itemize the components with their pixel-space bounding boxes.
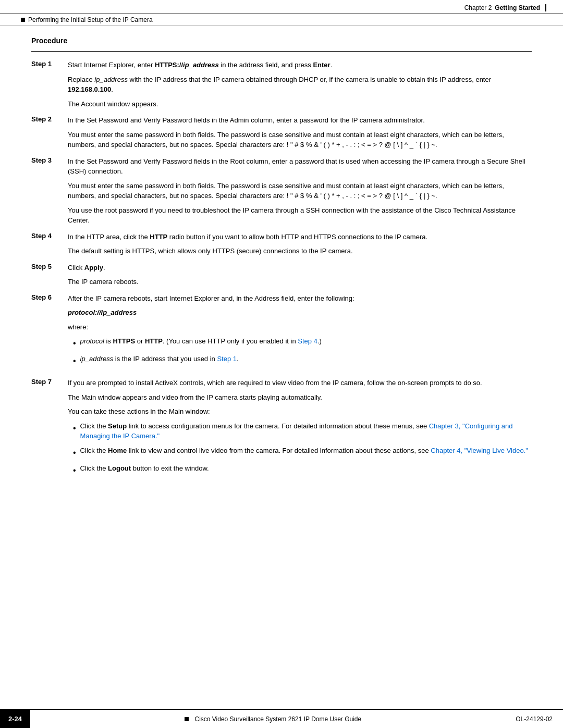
step1-p2: Replace ip_address with the IP address t… xyxy=(68,75,532,95)
list-item: • protocol is HTTPS or HTTP. (You can us… xyxy=(73,336,532,350)
step1-link[interactable]: Step 1 xyxy=(217,355,237,363)
step2-p2: You must enter the same password in both… xyxy=(68,130,532,150)
chapter4-link[interactable]: Chapter 4, "Viewing Live Video." xyxy=(431,447,528,454)
step7-p3: You can take these actions in the Main w… xyxy=(68,406,532,417)
step5-content: Click Apply. The IP camera reboots. xyxy=(68,263,532,287)
step7-content: If you are prompted to install ActiveX c… xyxy=(68,378,532,481)
step4-p2: The default setting is HTTPS, which allo… xyxy=(68,246,532,256)
step6-label: Step 6 xyxy=(31,293,68,301)
footer-doc-title: Cisco Video Surveillance System 2621 IP … xyxy=(194,715,361,723)
chapter-label: Chapter 2 xyxy=(464,4,492,11)
bullet-icon: • xyxy=(73,464,76,477)
step4-content: In the HTTP area, click the HTTP radio b… xyxy=(68,232,532,256)
step-row: Step 7 If you are prompted to install Ac… xyxy=(31,378,532,481)
step7-label: Step 7 xyxy=(31,378,68,386)
step5-p2: The IP camera reboots. xyxy=(68,277,532,287)
step2-p1: In the Set Password and Verify Password … xyxy=(68,115,532,126)
bullet-icon xyxy=(21,18,25,22)
list-item: • Click the Home link to view and contro… xyxy=(73,446,532,459)
step3-p1: In the Set Password and Verify Password … xyxy=(68,156,532,177)
step3-label: Step 3 xyxy=(31,156,68,164)
footer-center-text: Cisco Video Surveillance System 2621 IP … xyxy=(30,715,516,723)
step-row: Step 1 Start Internet Explorer, enter HT… xyxy=(31,60,532,109)
step1-p3: The Account window appears. xyxy=(68,99,532,109)
step1-content: Start Internet Explorer, enter HTTPS://i… xyxy=(68,60,532,109)
list-item: • ip_address is the IP address that you … xyxy=(73,354,532,367)
main-content: Procedure Step 1 Start Internet Explorer… xyxy=(0,26,563,498)
step3-content: In the Set Password and Verify Password … xyxy=(68,156,532,226)
list-item: • Click the Setup link to access configu… xyxy=(73,421,532,441)
step4-link[interactable]: Step 4 xyxy=(298,337,317,345)
step6-p1: After the IP camera reboots, start Inter… xyxy=(68,293,532,304)
step7-bullet3: Click the Logout button to exit the wind… xyxy=(80,463,209,474)
footer-bullet-icon xyxy=(185,717,189,721)
step3-p2: You must enter the same password in both… xyxy=(68,181,532,201)
page-header: Chapter 2 Getting Started xyxy=(0,0,563,14)
footer-page-number: 2-24 xyxy=(0,710,30,728)
procedure-heading: Procedure xyxy=(31,36,532,47)
step6-bullet-list: • protocol is HTTPS or HTTP. (You can us… xyxy=(73,336,532,367)
page-footer: 2-24 Cisco Video Surveillance System 262… xyxy=(0,709,563,728)
step3-p3: You use the root password if you need to… xyxy=(68,205,532,226)
bullet-icon: • xyxy=(73,447,76,459)
step2-content: In the Set Password and Verify Password … xyxy=(68,115,532,150)
subheader-text: Performing the Initial Setup of the IP C… xyxy=(28,16,153,23)
page-subheader: Performing the Initial Setup of the IP C… xyxy=(0,14,563,26)
step5-p1: Click Apply. xyxy=(68,263,532,273)
chapter3-link[interactable]: Chapter 3, "Configuring and Managing the… xyxy=(80,422,513,440)
step-row: Step 5 Click Apply. The IP camera reboot… xyxy=(31,263,532,287)
step7-bullet-list: • Click the Setup link to access configu… xyxy=(73,421,532,477)
footer-right-text: OL-24129-02 xyxy=(516,715,563,723)
step5-label: Step 5 xyxy=(31,263,68,270)
procedure-divider xyxy=(31,51,532,52)
step7-p1: If you are prompted to install ActiveX c… xyxy=(68,378,532,388)
step1-p1: Start Internet Explorer, enter HTTPS://i… xyxy=(68,60,532,70)
step6-content: After the IP camera reboots, start Inter… xyxy=(68,293,532,372)
step6-where: where: xyxy=(68,322,532,332)
footer-doc-number: OL-24129-02 xyxy=(516,715,553,723)
step6-code: protocol://ip_address xyxy=(68,307,532,318)
bullet-icon: • xyxy=(73,355,76,367)
step4-p1: In the HTTP area, click the HTTP radio b… xyxy=(68,232,532,242)
step6-bullet2-text: ip_address is the IP address that you us… xyxy=(80,354,239,364)
step-row: Step 2 In the Set Password and Verify Pa… xyxy=(31,115,532,150)
step7-bullet2: Click the Home link to view and control … xyxy=(80,446,528,456)
step-row: Step 4 In the HTTP area, click the HTTP … xyxy=(31,232,532,256)
step-row: Step 6 After the IP camera reboots, star… xyxy=(31,293,532,372)
list-item: • Click the Logout button to exit the wi… xyxy=(73,463,532,477)
bullet-icon: • xyxy=(73,337,76,350)
step-row: Step 3 In the Set Password and Verify Pa… xyxy=(31,156,532,226)
step7-p2: The Main window appears and video from t… xyxy=(68,392,532,403)
steps-container: Step 1 Start Internet Explorer, enter HT… xyxy=(31,60,532,481)
step2-label: Step 2 xyxy=(31,115,68,123)
step7-bullet1: Click the Setup link to access configura… xyxy=(80,421,532,441)
step4-label: Step 4 xyxy=(31,232,68,240)
step6-bullet1-text: protocol is HTTPS or HTTP. (You can use … xyxy=(80,336,322,347)
step1-label: Step 1 xyxy=(31,60,68,68)
bullet-icon: • xyxy=(73,422,76,435)
header-title: Getting Started xyxy=(495,4,546,11)
